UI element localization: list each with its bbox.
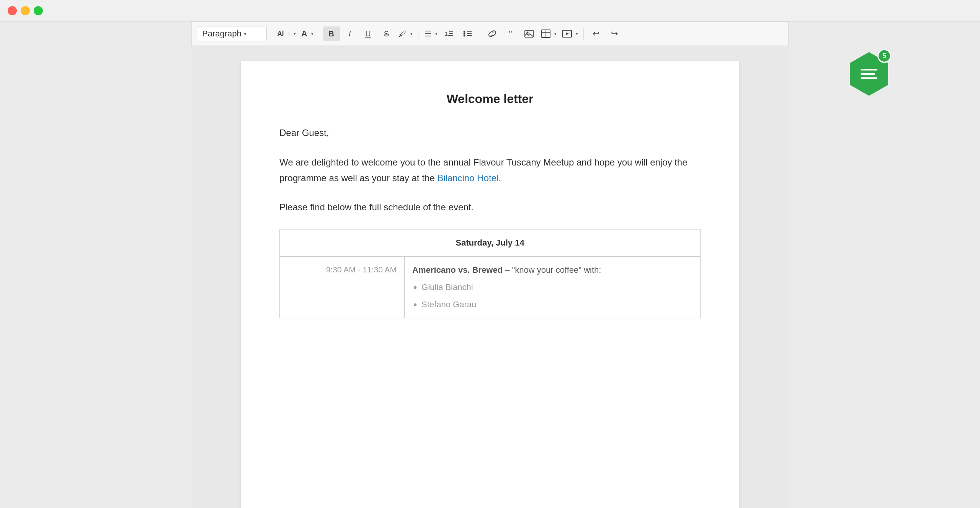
redo-button[interactable]: ↪ xyxy=(606,26,623,41)
quote-button[interactable]: " xyxy=(502,26,519,41)
paragraph-style-select[interactable]: Paragraph ▾ xyxy=(198,26,267,41)
table-row: 9:30 AM - 11:30 AM Americano vs. Brewed … xyxy=(280,256,701,318)
hexagon-line-2 xyxy=(861,73,875,75)
align-arrow: ▾ xyxy=(434,31,439,36)
event-title: Americano vs. Brewed xyxy=(412,265,503,275)
main-area: Paragraph ▾ AI I ▾ A ▾ B I U xyxy=(0,21,980,508)
svg-marker-16 xyxy=(566,32,569,35)
editor-container: Paragraph ▾ AI I ▾ A ▾ B I U xyxy=(191,21,789,508)
hexagon-line-3 xyxy=(861,77,877,79)
attendees-list: Giulia Bianchi Stefano Garau xyxy=(412,280,693,312)
divider-1 xyxy=(271,28,271,40)
link-icon xyxy=(488,30,497,38)
divider-5 xyxy=(583,28,584,40)
table-button[interactable]: ▾ xyxy=(539,26,558,41)
close-button[interactable] xyxy=(8,6,17,15)
align-icon: ☰ xyxy=(422,29,434,38)
editor-toolbar: Paragraph ▾ AI I ▾ A ▾ B I U xyxy=(191,21,789,46)
hexagon-line-1 xyxy=(861,69,877,70)
attendee-item: Stefano Garau xyxy=(421,297,693,311)
badge-count: 5 xyxy=(877,49,891,63)
document-page[interactable]: Welcome letter Dear Guest, We are deligh… xyxy=(241,61,739,508)
ai-text-button[interactable]: AI I ▾ xyxy=(275,26,297,41)
document-para1: We are delighted to welcome you to the a… xyxy=(279,155,701,186)
media-button[interactable]: ▾ xyxy=(560,26,580,41)
document-body: Dear Guest, We are delighted to welcome … xyxy=(279,125,701,318)
link-button[interactable] xyxy=(484,26,501,41)
hexagon-lines xyxy=(861,69,877,79)
document-title: Welcome letter xyxy=(279,92,701,106)
unordered-list-icon xyxy=(463,30,472,38)
format-arrow: ▾ xyxy=(310,31,315,36)
bilancino-hotel-link[interactable]: Bilancino Hotel xyxy=(437,173,498,183)
title-bar xyxy=(0,0,980,21)
highlight-icon: 🖊 xyxy=(397,29,409,38)
ai-text-arrow: ▾ xyxy=(292,31,297,36)
schedule-table: Saturday, July 14 9:30 AM - 11:30 AM Ame… xyxy=(279,229,701,318)
format-button[interactable]: A ▾ xyxy=(299,26,315,41)
italic-button[interactable]: I xyxy=(341,26,358,41)
document-para2: Please find below the full schedule of t… xyxy=(279,200,701,215)
svg-point-5 xyxy=(463,33,465,35)
svg-point-4 xyxy=(463,31,465,33)
paragraph-style-label: Paragraph xyxy=(202,29,242,39)
ai-text-label: AI xyxy=(275,30,286,38)
divider-2 xyxy=(319,28,319,40)
divider-4 xyxy=(480,28,480,40)
highlight-button[interactable]: 🖊 ▾ xyxy=(397,26,414,41)
undo-button[interactable]: ↩ xyxy=(588,26,604,41)
image-icon xyxy=(524,29,534,38)
event-time: 9:30 AM - 11:30 AM xyxy=(280,256,405,318)
image-button[interactable] xyxy=(521,26,537,41)
ai-superscript: I xyxy=(286,31,292,37)
media-arrow: ▾ xyxy=(574,31,580,36)
unordered-list-button[interactable] xyxy=(459,26,476,41)
highlight-arrow: ▾ xyxy=(409,31,414,36)
event-subtitle: – "know your coffee" with: xyxy=(505,265,601,275)
hexagon-badge[interactable]: 5 xyxy=(850,52,888,96)
svg-point-6 xyxy=(463,35,465,37)
ordered-list-icon: 1. xyxy=(445,30,453,38)
divider-3 xyxy=(418,28,418,40)
table-header: Saturday, July 14 xyxy=(280,229,701,256)
table-arrow: ▾ xyxy=(553,31,558,36)
maximize-button[interactable] xyxy=(34,6,43,15)
paragraph-style-chevron: ▾ xyxy=(244,31,247,37)
ordered-list-button[interactable]: 1. xyxy=(441,26,457,41)
underline-button[interactable]: U xyxy=(360,26,377,41)
format-label: A xyxy=(299,29,310,39)
svg-point-11 xyxy=(526,32,528,34)
event-detail: Americano vs. Brewed – "know your coffee… xyxy=(405,256,701,318)
strikethrough-button[interactable]: S xyxy=(378,26,395,41)
badge-container: 5 xyxy=(850,52,888,96)
table-icon xyxy=(539,29,553,38)
document-greeting: Dear Guest, xyxy=(279,125,701,141)
attendee-item: Giulia Bianchi xyxy=(421,280,693,294)
minimize-button[interactable] xyxy=(21,6,30,15)
media-icon xyxy=(560,29,574,38)
editor-area: Welcome letter Dear Guest, We are deligh… xyxy=(191,46,789,508)
traffic-lights xyxy=(8,6,43,15)
svg-text:1.: 1. xyxy=(445,31,449,37)
bold-button[interactable]: B xyxy=(323,26,340,41)
align-button[interactable]: ☰ ▾ xyxy=(422,26,439,41)
